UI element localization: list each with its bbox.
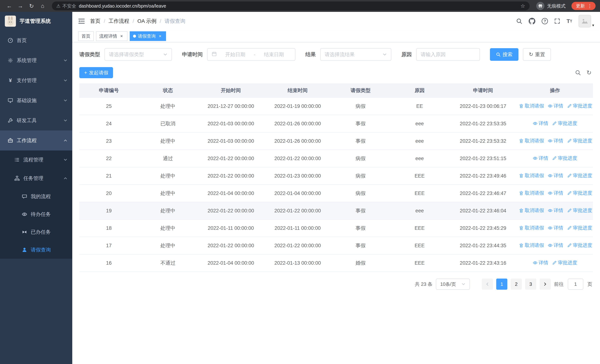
reason-input[interactable] [416, 48, 480, 61]
close-icon[interactable]: × [158, 34, 163, 39]
detail-link[interactable]: 详情 [533, 155, 548, 161]
detail-link[interactable]: 详情 [548, 103, 563, 109]
browser-reload-icon[interactable]: ↻ [27, 1, 36, 11]
breadcrumb-item-workflow[interactable]: 工作流程 [109, 18, 129, 25]
breadcrumb-item-oa-example[interactable]: OA 示例 [138, 18, 157, 25]
detail-eye-icon [548, 243, 553, 248]
next-page-button[interactable] [540, 279, 551, 290]
prev-page-button[interactable] [482, 279, 493, 290]
detail-link[interactable]: 详情 [548, 242, 563, 249]
browser-home-icon[interactable]: ⌂ [38, 1, 47, 11]
detail-link[interactable]: 详情 [548, 172, 563, 179]
search-button[interactable]: 搜索 [490, 48, 518, 61]
tab-home[interactable]: 首页 [78, 31, 94, 41]
cancel-leave-link[interactable]: 取消请假 [519, 225, 544, 231]
breadcrumb-item-home[interactable]: 首页 [90, 18, 100, 25]
security-chip[interactable]: ⚠ 不安全 [56, 3, 76, 9]
cancel-leave-link[interactable]: 取消请假 [519, 138, 544, 144]
apply-time-range-picker[interactable]: 开始日期 - 结束日期 [207, 48, 295, 61]
fullscreen-icon[interactable] [554, 18, 560, 24]
sidebar-item-process-management[interactable]: 流程管理 [0, 150, 72, 169]
cancel-leave-link[interactable]: 取消请假 [519, 207, 544, 214]
sidebar-item-task-management[interactable]: 任务管理 [0, 169, 72, 187]
browser-forward-icon[interactable]: → [16, 1, 25, 11]
cell-start-time: 2022-01-03 00:00:00 [197, 132, 264, 150]
github-icon[interactable] [529, 18, 535, 24]
cell-actions: 取消请假详情审批进度 [517, 167, 593, 185]
chevron-down-icon [63, 78, 67, 83]
help-icon[interactable]: ? [542, 18, 548, 24]
leave-type-select[interactable]: 请选择请假类型 [104, 48, 172, 61]
browser-back-icon[interactable]: ← [4, 1, 14, 11]
cell-end-time: 2022-01-26 00:00:00 [264, 115, 331, 132]
detail-link[interactable]: 详情 [548, 225, 563, 231]
app-logo[interactable]: 芋道管理系统 [0, 12, 72, 30]
toggle-search-icon[interactable] [575, 70, 581, 76]
search-icon[interactable] [516, 18, 522, 24]
approval-progress-link[interactable]: 审批进度 [567, 207, 592, 214]
avatar[interactable] [579, 15, 591, 28]
page-number-2[interactable]: 2 [511, 279, 522, 290]
goto-page-input[interactable] [568, 279, 583, 290]
sidebar-item-todo-tasks[interactable]: 待办任务 [0, 205, 72, 223]
plus-icon: + [84, 70, 87, 75]
approval-progress-link[interactable]: 审批进度 [567, 242, 592, 249]
detail-link[interactable]: 详情 [548, 207, 563, 214]
cancel-icon [519, 173, 524, 178]
column-header-reason: 原因 [390, 84, 449, 97]
approval-progress-link[interactable]: 审批进度 [552, 260, 577, 266]
detail-link[interactable]: 详情 [533, 260, 548, 266]
close-icon[interactable]: × [119, 34, 124, 39]
sidebar-item-system[interactable]: 系统管理 [0, 50, 72, 70]
approval-progress-link[interactable]: 审批进度 [567, 172, 592, 179]
cell-actions: 详情审批进度 [517, 115, 593, 132]
cell-end-time: 2022-01-26 00:00:00 [264, 132, 331, 150]
page-size-select[interactable]: 10条/页 [436, 279, 470, 290]
address-bar[interactable]: ⚠ 不安全 dashboard.yudao.iocoder.cn/bpm/oa/… [52, 1, 530, 10]
approval-progress-link[interactable]: 审批进度 [567, 138, 592, 144]
cancel-leave-link[interactable]: 取消请假 [519, 103, 544, 109]
create-leave-button[interactable]: + 发起请假 [79, 67, 113, 78]
sidebar-item-workflow[interactable]: 工作流程 [0, 131, 72, 150]
sidebar-item-dev-tools[interactable]: 研发工具 [0, 111, 72, 131]
cancel-leave-link[interactable]: 取消请假 [519, 242, 544, 249]
table-row: 23处理中2022-01-03 00:00:002022-01-26 00:00… [79, 132, 593, 150]
cell-start-time: 2022-01-11 00:00:00 [197, 219, 264, 237]
sidebar-item-payment[interactable]: ¥ 支付管理 [0, 70, 72, 90]
detail-link[interactable]: 详情 [548, 190, 563, 196]
result-select[interactable]: 请选择流结果 [320, 48, 391, 61]
tab-leave-query[interactable]: 请假查询 × [130, 31, 166, 41]
detail-link[interactable]: 详情 [533, 120, 548, 127]
browser-menu-icon[interactable]: ⋮ [587, 3, 592, 9]
cell-apply-time: 2022-01-22 23:46:47 [449, 185, 517, 202]
approval-progress-link[interactable]: 审批进度 [567, 225, 592, 231]
approval-progress-link[interactable]: 审批进度 [552, 155, 577, 161]
cancel-icon [519, 208, 524, 213]
sidebar-item-leave-query[interactable]: 请假查询 [0, 241, 72, 259]
font-size-icon[interactable]: TT [566, 18, 572, 24]
cell-start-time: 2022-01-22 00:00:00 [197, 237, 264, 254]
approval-progress-link[interactable]: 审批进度 [567, 190, 592, 196]
page-number-1[interactable]: 1 [496, 279, 507, 290]
cell-apply-time: 2022-01-22 23:53:32 [449, 132, 517, 150]
sidebar-item-home[interactable]: 首页 [0, 30, 72, 50]
menu-label: 研发工具 [17, 117, 37, 124]
cancel-leave-link[interactable]: 取消请假 [519, 172, 544, 179]
refresh-table-icon[interactable]: ↻ [586, 70, 591, 76]
cancel-leave-link[interactable]: 取消请假 [519, 190, 544, 196]
detail-link[interactable]: 详情 [548, 138, 563, 144]
approval-progress-link[interactable]: 审批进度 [567, 103, 592, 109]
bookmark-star-icon[interactable]: ☆ [521, 3, 525, 9]
page-number-3[interactable]: 3 [525, 279, 536, 290]
done-task-icon [21, 229, 28, 235]
sidebar-item-infrastructure[interactable]: 基础设施 [0, 90, 72, 111]
sidebar-item-my-process[interactable]: 我的流程 [0, 187, 72, 205]
update-browser-button[interactable]: 更新 ⋮ [572, 2, 596, 10]
sidebar-toggle-icon[interactable] [78, 18, 85, 24]
tab-process-detail[interactable]: 流程详情 × [96, 31, 128, 41]
reset-button[interactable]: ↻ 重置 [523, 48, 551, 61]
cell-leave-type: 病假 [331, 97, 390, 115]
approval-progress-link[interactable]: 审批进度 [552, 120, 577, 127]
sidebar-item-done-tasks[interactable]: 已办任务 [0, 223, 72, 241]
user-menu[interactable]: ▾ [579, 15, 594, 28]
